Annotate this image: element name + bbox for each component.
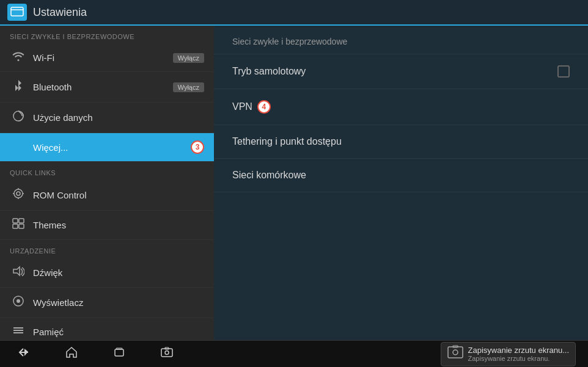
content-area: Sieci zwykłe i bezprzewodowe Tryb samolo… — [214, 26, 588, 340]
display-label: Wyświetlacz — [33, 297, 204, 308]
svg-rect-12 — [13, 224, 18, 228]
screenshot-nav-button[interactable] — [155, 344, 178, 364]
sound-icon — [10, 266, 27, 280]
main-layout: SIECI ZWYKŁE I BEZPRZEWODOWE Wi-Fi Wyłąc… — [0, 26, 588, 340]
svg-rect-30 — [161, 349, 172, 357]
themes-label: Themes — [33, 220, 204, 230]
section-label-network: SIECI ZWYKŁE I BEZPRZEWODOWE — [0, 26, 214, 44]
sidebar-item-more[interactable]: Więcej... 3 — [0, 133, 214, 162]
sidebar-item-data-usage[interactable]: Użycie danych — [0, 103, 214, 133]
nav-buttons-left — [12, 344, 178, 364]
screenshot-icon — [447, 345, 463, 363]
more-badge: 3 — [191, 140, 204, 154]
tethering-label: Tethering i punkt dostępu — [232, 136, 570, 147]
recent-button[interactable] — [108, 344, 131, 364]
sidebar-item-storage[interactable]: Pamięć — [0, 318, 214, 340]
vpn-label: VPN — [232, 101, 252, 112]
svg-rect-2 — [13, 12, 16, 14]
svg-rect-10 — [13, 219, 18, 223]
section-label-device: URZĄDZENIE — [0, 240, 214, 258]
svg-rect-33 — [448, 347, 463, 358]
sidebar-item-bluetooth[interactable]: Bluetooth Wyłącz — [0, 72, 214, 103]
themes-icon — [10, 218, 27, 232]
top-bar: Ustawienia — [0, 0, 588, 26]
app-icon — [7, 4, 27, 21]
svg-marker-14 — [13, 267, 20, 275]
airplane-checkbox[interactable] — [557, 65, 570, 78]
content-item-tethering[interactable]: Tethering i punkt dostępu — [214, 125, 588, 159]
bluetooth-label: Bluetooth — [33, 82, 173, 92]
sidebar-item-sound[interactable]: Dźwięk — [0, 258, 214, 288]
vpn-badge: 4 — [257, 100, 271, 114]
svg-rect-29 — [116, 348, 122, 349]
more-label: Więcej... — [33, 142, 186, 153]
page-title: Ustawienia — [33, 6, 87, 19]
rom-control-label: ROM Control — [33, 190, 204, 200]
data-usage-icon — [10, 110, 27, 125]
sound-label: Dźwięk — [33, 267, 204, 278]
back-button[interactable] — [12, 344, 35, 364]
mobile-label: Sieci komórkowe — [232, 170, 570, 181]
storage-label: Pamięć — [33, 327, 204, 337]
storage-icon — [10, 325, 27, 338]
sidebar-item-rom-control[interactable]: ROM Control — [0, 180, 214, 211]
svg-point-5 — [17, 192, 20, 195]
rom-control-icon — [10, 187, 27, 203]
bluetooth-icon — [10, 79, 27, 95]
svg-rect-13 — [19, 224, 24, 228]
wifi-toggle[interactable]: Wyłącz — [173, 53, 204, 63]
svg-point-31 — [165, 351, 169, 355]
svg-point-34 — [453, 350, 458, 355]
data-usage-label: Użycie danych — [33, 112, 204, 123]
airplane-label: Tryb samolotowy — [232, 66, 557, 77]
content-section-title: Sieci zwykłe i bezprzewodowe — [214, 26, 588, 54]
wifi-label: Wi-Fi — [33, 53, 173, 63]
sidebar-item-themes[interactable]: Themes — [0, 211, 214, 240]
bottom-nav: Zapisywanie zrzutu ekranu... Zapisywanie… — [0, 340, 588, 367]
sidebar-item-wifi[interactable]: Wi-Fi Wyłącz — [0, 44, 214, 72]
wifi-icon — [10, 51, 27, 64]
svg-rect-0 — [11, 7, 23, 16]
svg-rect-28 — [115, 349, 123, 356]
notification-text: Zapisywanie zrzutu ekranu... Zapisywanie… — [468, 346, 569, 362]
sidebar-item-display[interactable]: Wyświetlacz — [0, 288, 214, 318]
home-button[interactable] — [60, 344, 83, 364]
sidebar: SIECI ZWYKŁE I BEZPRZEWODOWE Wi-Fi Wyłąc… — [0, 26, 214, 340]
notification-title: Zapisywanie zrzutu ekranu... — [468, 346, 569, 355]
svg-point-4 — [14, 189, 23, 198]
svg-rect-11 — [19, 219, 24, 223]
content-item-mobile[interactable]: Sieci komórkowe — [214, 159, 588, 192]
display-icon — [10, 295, 27, 310]
notification-subtitle: Zapisywanie zrzutu ekranu. — [468, 355, 569, 362]
section-label-quicklinks: QUICK LINKS — [0, 162, 214, 180]
svg-point-16 — [17, 299, 20, 303]
content-item-vpn[interactable]: VPN 4 — [214, 89, 588, 125]
content-item-airplane[interactable]: Tryb samolotowy — [214, 54, 588, 89]
screenshot-notification: Zapisywanie zrzutu ekranu... Zapisywanie… — [441, 342, 576, 366]
bluetooth-toggle[interactable]: Wyłącz — [173, 82, 204, 92]
